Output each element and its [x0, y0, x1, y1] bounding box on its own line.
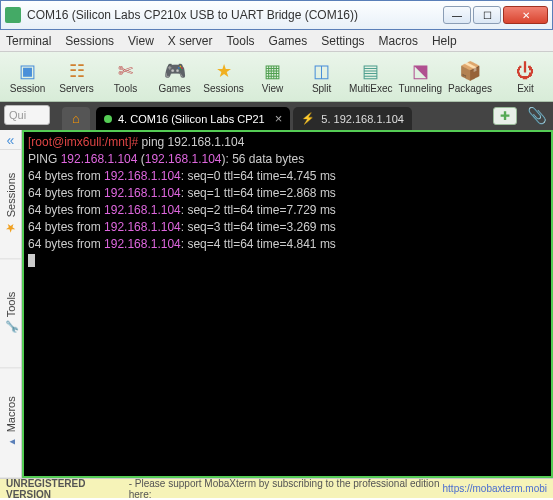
- packages-button[interactable]: 📦Packages: [448, 59, 492, 94]
- tab-com16[interactable]: 4. COM16 (Silicon Labs CP21 ×: [96, 107, 290, 130]
- unregistered-label: UNREGISTERED VERSION: [6, 478, 125, 500]
- view-button[interactable]: ▦View: [251, 59, 294, 94]
- servers-icon: ☷: [65, 59, 89, 83]
- menu-tools[interactable]: Tools: [227, 34, 255, 48]
- multiexec-icon: ▤: [359, 59, 383, 83]
- sidetab-sessions[interactable]: ★Sessions: [0, 150, 21, 259]
- games-icon: 🎮: [163, 59, 187, 83]
- close-button[interactable]: ✕: [503, 6, 548, 24]
- split-button[interactable]: ◫Split: [300, 59, 343, 94]
- wrench-icon: 🔧: [4, 322, 17, 335]
- sidetab-tools[interactable]: 🔧Tools: [0, 259, 21, 368]
- menu-help[interactable]: Help: [432, 34, 457, 48]
- menu-terminal[interactable]: Terminal: [6, 34, 51, 48]
- tools-icon: ✄: [114, 59, 138, 83]
- menu-sessions[interactable]: Sessions: [65, 34, 114, 48]
- macro-icon: ▸: [4, 436, 17, 449]
- sessions-button[interactable]: ★Sessions: [202, 59, 245, 94]
- tunneling-icon: ⬔: [408, 59, 432, 83]
- window-title: COM16 (Silicon Labs CP210x USB to UART B…: [27, 8, 443, 22]
- terminal-cursor: [28, 254, 35, 267]
- tab-label: 4. COM16 (Silicon Labs CP21: [118, 113, 265, 125]
- status-dot-icon: [104, 115, 112, 123]
- close-tab-icon[interactable]: ×: [275, 111, 283, 126]
- power-icon: ⏻: [513, 59, 537, 83]
- sidetab-macros[interactable]: ▸Macros: [0, 369, 21, 478]
- home-tab[interactable]: ⌂: [62, 107, 90, 130]
- terminal-icon: ▣: [16, 59, 40, 83]
- split-icon: ◫: [310, 59, 334, 83]
- packages-icon: 📦: [458, 59, 482, 83]
- app-icon: [5, 7, 21, 23]
- tab-ssh[interactable]: ⚡ 5. 192.168.1.104: [293, 107, 412, 130]
- statusbar: UNREGISTERED VERSION - Please support Mo…: [0, 478, 553, 498]
- collapse-sidebar-button[interactable]: «: [0, 130, 21, 150]
- quick-connect-input[interactable]: Qui: [4, 105, 50, 125]
- multiexec-button[interactable]: ▤MultiExec: [349, 59, 392, 94]
- new-tab-button[interactable]: ✚: [493, 107, 517, 125]
- servers-button[interactable]: ☷Servers: [55, 59, 98, 94]
- menu-macros[interactable]: Macros: [379, 34, 418, 48]
- menu-settings[interactable]: Settings: [321, 34, 364, 48]
- menu-xserver[interactable]: X server: [168, 34, 213, 48]
- tunneling-button[interactable]: ⬔Tunneling: [398, 59, 442, 94]
- menubar: Terminal Sessions View X server Tools Ga…: [0, 30, 553, 52]
- exit-button[interactable]: ⏻Exit: [504, 59, 547, 94]
- games-button[interactable]: 🎮Games: [153, 59, 196, 94]
- subscribe-link[interactable]: https://mobaxterm.mobi: [443, 483, 547, 494]
- toolbar: ▣Session ☷Servers ✄Tools 🎮Games ★Session…: [0, 52, 553, 102]
- star-icon: ★: [212, 59, 236, 83]
- view-icon: ▦: [261, 59, 285, 83]
- paperclip-icon[interactable]: 📎: [527, 106, 547, 125]
- star-icon: ★: [4, 221, 18, 235]
- titlebar: COM16 (Silicon Labs CP210x USB to UART B…: [0, 0, 553, 30]
- tools-button[interactable]: ✄Tools: [104, 59, 147, 94]
- menu-games[interactable]: Games: [269, 34, 308, 48]
- terminal-output[interactable]: [root@imx6ull:/mnt]# ping 192.168.1.104 …: [22, 130, 553, 478]
- menu-view[interactable]: View: [128, 34, 154, 48]
- tabbar: Qui ⌂ 4. COM16 (Silicon Labs CP21 × ⚡ 5.…: [0, 102, 553, 130]
- tab-label: 5. 192.168.1.104: [321, 113, 404, 125]
- lightning-icon: ⚡: [301, 112, 315, 125]
- minimize-button[interactable]: —: [443, 6, 471, 24]
- session-button[interactable]: ▣Session: [6, 59, 49, 94]
- side-panel: « ★Sessions 🔧Tools ▸Macros: [0, 130, 22, 478]
- maximize-button[interactable]: ☐: [473, 6, 501, 24]
- status-text: - Please support MobaXterm by subscribin…: [129, 478, 443, 500]
